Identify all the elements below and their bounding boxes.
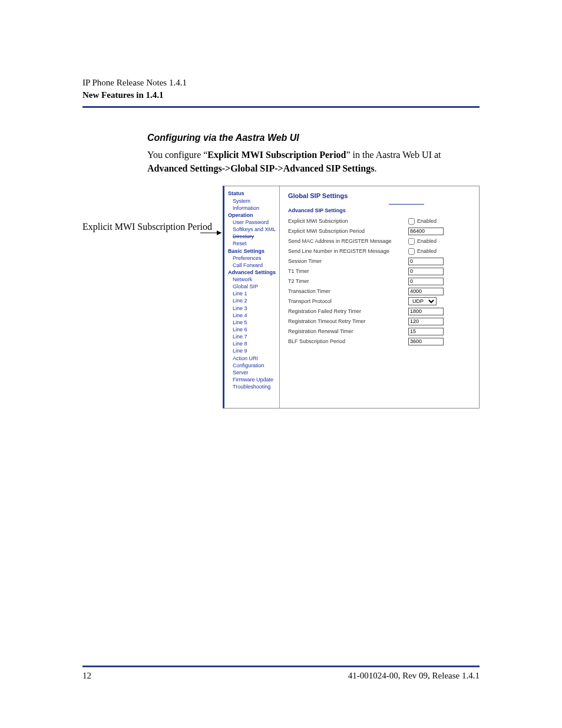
nav-line-5[interactable]: Line 5 [228, 319, 277, 326]
row-t1-timer: T1 Timer [288, 267, 473, 275]
input-t2-timer[interactable] [408, 278, 444, 285]
panel-title: Global SIP Settings [288, 192, 473, 199]
nav-global-sip[interactable]: Global SIP [228, 283, 277, 290]
input-reg-failed[interactable] [408, 308, 444, 315]
enabled-label-1: Enabled [417, 218, 437, 224]
figure-row: Explicit MWI Subscription Period Status … [82, 186, 480, 409]
panel-subtitle: Advanced SIP Settings [288, 207, 473, 213]
page-footer: 12 41-001024-00, Rev 09, Release 1.4.1 [82, 666, 480, 681]
nav-line-4[interactable]: Line 4 [228, 312, 277, 319]
p1b: Explicit MWI Subscription Period [207, 150, 346, 160]
header-line-2: New Features in 1.4.1 [82, 89, 480, 101]
input-session-timer[interactable] [408, 258, 444, 265]
footer-rule [82, 666, 480, 667]
webui-nav: Status System Information Operation User… [224, 186, 280, 408]
nav-line-1[interactable]: Line 1 [228, 290, 277, 297]
p2end: . [374, 163, 376, 173]
nav-directory[interactable]: Directory [228, 233, 277, 240]
nav-line-6[interactable]: Line 6 [228, 326, 277, 333]
label-t1-timer: T1 Timer [288, 268, 408, 274]
p2: Advanced Settings->Global SIP->Advanced … [147, 163, 374, 173]
row-t2-timer: T2 Timer [288, 277, 473, 285]
label-t2-timer: T2 Timer [288, 278, 408, 284]
callout-label: Explicit MWI Subscription Period [82, 221, 223, 233]
nav-firmware[interactable]: Firmware Update [228, 376, 277, 383]
input-reg-timeout[interactable] [408, 318, 444, 325]
row-blf-period: BLF Subscription Period [288, 337, 473, 345]
input-mwi-period[interactable] [408, 228, 444, 235]
nav-call-forward[interactable]: Call Forward [228, 262, 277, 269]
nav-preferences[interactable]: Preferences [228, 255, 277, 262]
nav-network[interactable]: Network [228, 276, 277, 283]
webui-main: Global SIP Settings Advanced SIP Setting… [280, 186, 479, 408]
page-number: 12 [82, 671, 91, 681]
page-header: IP Phone Release Notes 1.4.1 New Feature… [82, 77, 480, 101]
label-mac-register: Send MAC Address in REGISTER Message [288, 238, 408, 244]
label-transaction-timer: Transaction Timer [288, 288, 408, 294]
row-mwi-subscription: Explicit MWI Subscription Enabled [288, 217, 473, 225]
nav-reset[interactable]: Reset [228, 240, 277, 247]
label-reg-timeout: Registration Timeout Retry Timer [288, 318, 408, 324]
label-mwi-subscription: Explicit MWI Subscription [288, 218, 408, 224]
enabled-label-2: Enabled [417, 238, 437, 244]
nav-config-server[interactable]: Configuration Server [228, 362, 277, 376]
row-mac-register: Send MAC Address in REGISTER Message Ena… [288, 237, 473, 245]
nav-line-8[interactable]: Line 8 [228, 340, 277, 347]
row-session-timer: Session Timer [288, 257, 473, 265]
row-reg-renewal: Registration Renewal Timer [288, 327, 473, 335]
row-reg-timeout: Registration Timeout Retry Timer [288, 317, 473, 325]
label-transport-protocol: Transport Protocol [288, 298, 408, 304]
nav-advanced-hdr: Advanced Settings [228, 269, 277, 276]
row-reg-failed: Registration Failed Retry Timer [288, 307, 473, 315]
nav-basic-hdr: Basic Settings [228, 248, 277, 255]
footer-right: 41-001024-00, Rev 09, Release 1.4.1 [348, 671, 480, 681]
section-title: Configuring via the Aastra Web UI [147, 133, 480, 143]
nav-system-info[interactable]: System Information [228, 197, 277, 212]
row-line-register: Send Line Number in REGISTER Message Ena… [288, 247, 473, 255]
nav-line-2[interactable]: Line 2 [228, 297, 277, 304]
webui-screenshot: Status System Information Operation User… [223, 186, 480, 409]
input-transaction-timer[interactable] [408, 288, 444, 295]
label-session-timer: Session Timer [288, 258, 408, 264]
row-transport-protocol: Transport Protocol UDP [288, 297, 473, 305]
input-blf-period[interactable] [408, 338, 444, 345]
checkbox-line-register[interactable] [408, 248, 415, 255]
nav-operation-hdr: Operation [228, 212, 277, 219]
label-reg-failed: Registration Failed Retry Timer [288, 308, 408, 314]
checkbox-mac-register[interactable] [408, 238, 415, 245]
input-t1-timer[interactable] [408, 268, 444, 275]
label-mwi-period: Explicit MWI Subscription Period [288, 228, 408, 234]
callout-column: Explicit MWI Subscription Period [82, 186, 223, 233]
label-blf-period: BLF Subscription Period [288, 338, 408, 344]
label-reg-renewal: Registration Renewal Timer [288, 328, 408, 334]
nav-status-hdr: Status [228, 190, 277, 197]
nav-line-7[interactable]: Line 7 [228, 333, 277, 340]
nav-line-3[interactable]: Line 3 [228, 305, 277, 312]
label-line-register: Send Line Number in REGISTER Message [288, 248, 408, 254]
p1c: ” in the Aastra Web UI at [346, 150, 441, 160]
body-paragraph: You configure “Explicit MWI Subscription… [147, 148, 480, 175]
row-transaction-timer: Transaction Timer [288, 287, 473, 295]
p1a: You configure “ [147, 150, 207, 160]
nav-softkeys[interactable]: Softkeys and XML [228, 226, 277, 233]
panel-title-underline [389, 204, 424, 205]
header-line-1: IP Phone Release Notes 1.4.1 [82, 77, 480, 89]
enabled-label-3: Enabled [417, 248, 437, 254]
select-transport-protocol[interactable]: UDP [408, 297, 437, 305]
nav-user-password[interactable]: User Password [228, 219, 277, 226]
nav-action-uri[interactable]: Action URI [228, 355, 277, 362]
row-mwi-period: Explicit MWI Subscription Period [288, 227, 473, 235]
input-reg-renewal[interactable] [408, 328, 444, 335]
nav-line-9[interactable]: Line 9 [228, 347, 277, 354]
checkbox-mwi-subscription[interactable] [408, 218, 415, 225]
header-rule [82, 106, 480, 108]
nav-troubleshoot[interactable]: Troubleshooting [228, 383, 277, 390]
